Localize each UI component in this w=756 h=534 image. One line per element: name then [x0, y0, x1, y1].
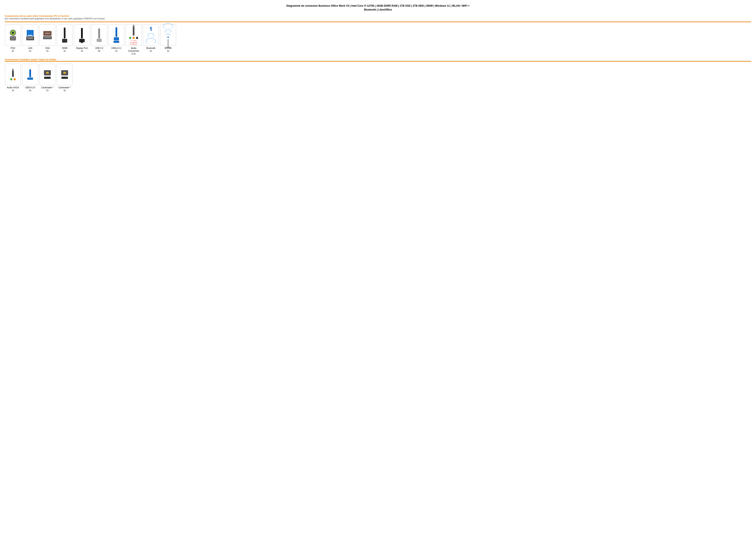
connector-ps2: PS/2 2x	[5, 24, 21, 55]
connector-vga: VGA 1x	[39, 24, 56, 55]
audio-dots-row	[129, 37, 138, 39]
vga-dot	[47, 33, 48, 34]
cardreader2-port	[62, 77, 68, 79]
connector-hdmi-label: HDMI 1x	[62, 47, 68, 52]
ps2-icon-bottom	[10, 36, 16, 40]
usb20-icon-area	[92, 26, 106, 44]
audio-icon-head	[133, 25, 134, 27]
vga-icon-top	[43, 31, 51, 36]
connector-hdmi-box	[57, 24, 73, 46]
hdmi-icon-cable	[64, 28, 66, 38]
audio-icon-jack	[133, 27, 134, 36]
audio-dot-black	[136, 37, 138, 39]
connector-displayport-box	[74, 24, 90, 46]
wlan-dot	[168, 37, 169, 38]
cardreader1-card	[44, 70, 51, 75]
page-title: Diagramme de connexion Business Office W…	[5, 4, 751, 12]
wlan-antenna-stick	[168, 39, 169, 47]
wlan-icon-area	[161, 26, 175, 44]
connector-wlan: W-LAN 1x	[160, 24, 176, 55]
bt-waves	[146, 33, 156, 44]
connector-audio-inout-box	[5, 64, 21, 85]
audio-dot-orange	[133, 37, 135, 39]
audio-inout-dots	[10, 78, 16, 80]
connector-usba30: USB-A 3.0 2x	[22, 64, 39, 92]
ps2-icon-top	[10, 30, 16, 36]
vga-icon-bottom	[43, 36, 52, 39]
front-section: Connexions frontales avant / haut du boî…	[5, 58, 751, 92]
connector-bluetooth: Bluetooth 1x	[143, 24, 159, 55]
ps2-icon-area	[6, 26, 20, 44]
connector-usb20: USB 2.0 4x	[91, 24, 107, 55]
cardreader2-card	[61, 70, 68, 75]
bluetooth-icon-area	[144, 26, 158, 44]
wlan-wave-2	[165, 29, 171, 33]
connector-cardreader1-label: Cardreader * 1x	[41, 86, 53, 92]
hdmi-icon-area	[58, 26, 71, 44]
vga-dot	[45, 33, 46, 34]
connector-cardreader1-box	[40, 64, 55, 85]
motherboard-section-border	[5, 21, 751, 22]
connector-bluetooth-label: Bluetooth 1x	[146, 47, 155, 52]
connector-usba31: USB-A 3.1 1x	[108, 24, 124, 55]
lan-icon-area	[23, 26, 37, 44]
vga-icon-area	[40, 26, 54, 44]
usb31-icon-area	[109, 26, 123, 44]
usb2-icon-head	[97, 39, 101, 42]
connector-wlan-box	[160, 24, 176, 46]
cardreader2-chip	[63, 72, 66, 74]
motherboard-connectors-grid: PS/2 2x LAN 1x	[5, 24, 751, 55]
audio-inout-icon-area	[6, 65, 20, 84]
audio-front-jack1	[12, 71, 14, 77]
connector-cardreader1: Cardreader * 1x	[39, 64, 56, 92]
connector-audio-inout: Audio In/Out 1x	[5, 64, 21, 92]
bluetooth-svg	[147, 26, 155, 32]
wlan-waves	[163, 23, 173, 38]
connector-usba31-label: USB-A 3.1 1x	[111, 47, 122, 52]
connector-ps2-label: PS/2 2x	[11, 47, 15, 52]
lan-icon-bottom	[26, 37, 34, 40]
wlan-wave-3	[163, 23, 173, 29]
connector-audio-box: *7.1 avec Frontpanel Connector	[126, 24, 142, 46]
usb30-icon-cable	[29, 69, 31, 77]
cardreader1-chip	[46, 72, 49, 74]
connector-bluetooth-box	[143, 24, 159, 46]
connector-cardreader2-box	[57, 64, 73, 85]
usb3-icon-head	[114, 37, 119, 40]
usb3-icon-cable	[116, 27, 117, 37]
usb3-icon-port	[114, 41, 119, 43]
cardreader1-icon-area	[40, 65, 54, 84]
audio-inout-dot-orange	[14, 78, 16, 80]
vga-dot	[48, 33, 49, 34]
connector-hdmi: HDMI 1x	[56, 24, 73, 55]
connector-lan-label: LAN 1x	[28, 47, 32, 52]
connector-usb20-label: USB 2.0 4x	[95, 47, 103, 52]
connector-vga-label: VGA 1x	[45, 47, 50, 52]
connector-usba30-box	[22, 64, 38, 85]
audio-connector-note: *7.1 avec Frontpanel Connector	[127, 40, 141, 45]
connector-audio-inout-label: Audio In/Out 1x	[7, 86, 19, 92]
connector-usba31-box	[108, 24, 124, 46]
motherboard-section-subtitle: (les connexions moniteur/carte graphique…	[5, 17, 751, 20]
connector-usba30-label: USB-A 3.0 2x	[25, 86, 35, 92]
dp-icon-head	[79, 39, 85, 42]
wlan-wave-1	[166, 34, 170, 36]
usb2-icon-cable	[98, 28, 100, 38]
cardreader2-icon-area	[58, 65, 71, 84]
dp-icon-cable	[81, 28, 83, 38]
usb30-icon-port	[27, 78, 33, 80]
audio-dot-green	[129, 37, 131, 39]
connector-audio: *7.1 avec Frontpanel Connector Audio Con…	[125, 24, 142, 55]
front-connectors-grid: Audio In/Out 1x USB-A 3.0 2x	[5, 64, 751, 92]
connector-lan: LAN 1x	[22, 24, 39, 55]
bt-wave-1	[148, 33, 154, 38]
front-section-title: Connexions frontales avant / haut du boî…	[5, 58, 751, 61]
connector-lan-box	[22, 24, 38, 46]
lan-icon-top	[27, 30, 34, 36]
wlan-antenna-base	[166, 47, 170, 48]
audio-icon-area: *7.1 avec Frontpanel Connector	[127, 26, 141, 44]
connector-vga-box	[40, 24, 55, 46]
bt-wave-2	[146, 38, 156, 44]
motherboard-section-title: Connexions de la carte mère Connexions P…	[5, 15, 751, 17]
usb30-icon-area	[23, 65, 37, 84]
